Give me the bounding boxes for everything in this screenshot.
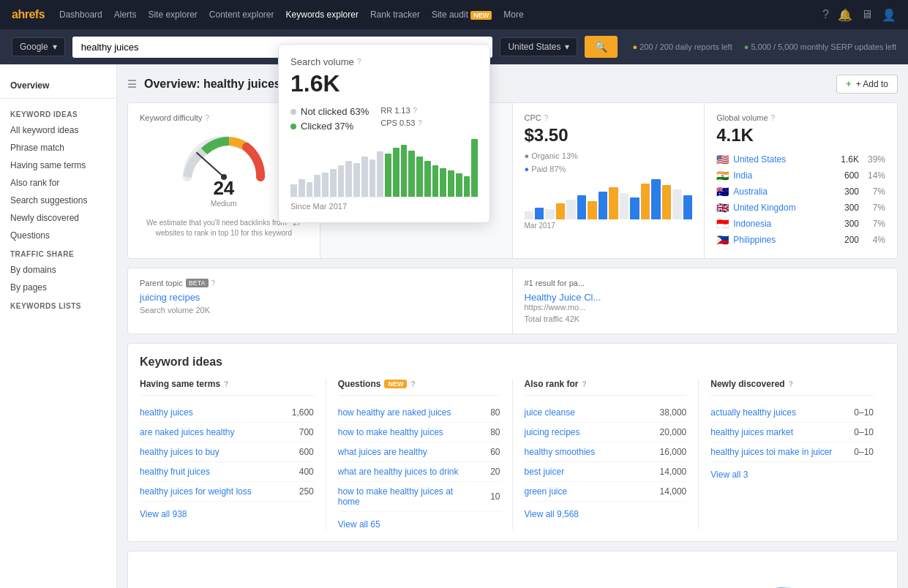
add-icon: + <box>846 79 851 89</box>
nav-content-explorer[interactable]: Content explorer <box>209 10 274 20</box>
country-vol-ph: 200 <box>833 235 859 245</box>
nav-rank-tracker[interactable]: Rank tracker <box>370 10 420 20</box>
ki-col-questions: Questions NEW ? how healthy are naked ju… <box>326 379 513 529</box>
sv-bar <box>456 173 462 197</box>
cpc-label: CPC ? <box>525 113 693 122</box>
rr-help-icon[interactable]: ? <box>413 107 418 115</box>
sv-bar <box>424 161 431 197</box>
add-to-button[interactable]: + + Add to <box>836 75 898 94</box>
sidebar-overview[interactable]: Overview <box>0 73 116 99</box>
newly-discovered-help[interactable]: ? <box>789 380 793 388</box>
ki-row: healthy juices 1,600 <box>140 403 314 423</box>
monitor-icon[interactable]: 🖥 <box>861 8 873 21</box>
ki-link[interactable]: healthy juices toi make in juicer <box>710 447 844 457</box>
sidebar-also-rank-for[interactable]: Also rank for <box>0 174 116 192</box>
ki-link[interactable]: how healthy are naked juices <box>338 407 468 418</box>
cpc-bar <box>599 192 607 220</box>
ki-link[interactable]: actually healthy juices <box>710 407 844 418</box>
sv-bar <box>307 182 313 197</box>
ki-link[interactable]: how to make healthy juices <box>338 427 468 437</box>
nav-site-explorer[interactable]: Site explorer <box>148 10 197 20</box>
country-name-in[interactable]: India <box>733 170 829 181</box>
cpc-bar <box>609 187 618 219</box>
sv-bar <box>432 165 439 197</box>
country-vol-au: 300 <box>833 186 859 197</box>
ki-row: best juicer 14,000 <box>525 462 687 482</box>
sv-popup-help-icon[interactable]: ? <box>357 58 361 66</box>
nav-dashboard[interactable]: Dashboard <box>59 10 102 20</box>
notifications-icon[interactable]: 🔔 <box>838 8 852 22</box>
help-icon[interactable]: ? <box>822 8 829 21</box>
location-select[interactable]: United States ▾ <box>500 37 577 56</box>
ki-link[interactable]: healthy smoothies <box>525 447 654 457</box>
ki-col-newly-discovered-header: Newly discovered ? <box>710 379 874 396</box>
global-vol-help-icon[interactable]: ? <box>771 114 776 122</box>
ki-link[interactable]: juicing recipes <box>525 427 654 437</box>
ki-link[interactable]: green juice <box>525 486 654 497</box>
sidebar-search-suggestions[interactable]: Search suggestions <box>0 192 116 209</box>
sv-popup-title: Search volume ? <box>290 56 478 67</box>
view-all-newly-discovered[interactable]: View all 3 <box>710 470 748 480</box>
country-name-gb[interactable]: United Kingdom <box>733 203 829 213</box>
cpc-paid: ● Paid 87% <box>525 165 693 173</box>
nav-alerts[interactable]: Alerts <box>114 10 137 20</box>
sv-bar <box>345 161 352 197</box>
having-same-terms-help[interactable]: ? <box>224 380 228 388</box>
questions-help[interactable]: ? <box>410 380 415 388</box>
main-content: ☰ Overview: healthy juices + + Add to Ke… <box>117 64 908 588</box>
search-button[interactable]: 🔍 <box>585 36 618 58</box>
logo[interactable]: ahrefs <box>12 8 45 21</box>
sidebar-all-keyword-ideas[interactable]: All keyword ideas <box>0 121 116 139</box>
sidebar-questions[interactable]: Questions <box>0 227 116 244</box>
ki-link[interactable]: healthy juices to buy <box>140 447 281 457</box>
ki-link[interactable]: juice cleanse <box>525 407 654 418</box>
sv-bar <box>408 151 415 197</box>
ki-link[interactable]: what are healthy juices to drink <box>338 467 468 477</box>
ki-link[interactable]: healthy fruit juices <box>140 467 281 477</box>
ki-vol: 16,000 <box>653 447 686 457</box>
ki-range: 0–10 <box>844 447 874 457</box>
sidebar-phrase-match[interactable]: Phrase match <box>0 139 116 157</box>
menu-icon[interactable]: ☰ <box>127 78 137 90</box>
cpc-help-icon[interactable]: ? <box>544 114 549 122</box>
bottom-chart-svg <box>128 551 897 588</box>
ki-link[interactable]: best juicer <box>525 467 654 477</box>
cps-help-icon[interactable]: ? <box>418 119 422 127</box>
country-vol-us: 1.6K <box>833 154 859 165</box>
nav-keywords-explorer[interactable]: Keywords explorer <box>286 10 359 20</box>
view-all-having-same-terms[interactable]: View all 938 <box>140 509 187 519</box>
ki-col-also-rank-for-header: Also rank for ? <box>525 379 687 396</box>
ki-row: are naked juices healthy 700 <box>140 423 314 442</box>
ki-link[interactable]: are naked juices healthy <box>140 427 281 437</box>
country-name-id[interactable]: Indonesia <box>733 219 829 229</box>
gauge-value-container: 24 Medium <box>211 177 237 208</box>
parent-topic-link[interactable]: juicing recipes <box>140 292 200 303</box>
view-all-also-rank-for[interactable]: View all 9,568 <box>525 509 579 519</box>
nav-site-audit[interactable]: Site audit NEW <box>432 10 492 20</box>
ki-link[interactable]: how to make healthy juices at home <box>338 486 468 507</box>
search-meta: ● 200 / 200 daily reports left ● 5,000 /… <box>632 42 896 51</box>
engine-select[interactable]: Google ▾ <box>12 37 65 56</box>
parent-topic-help-icon[interactable]: ? <box>211 279 216 287</box>
sidebar-having-same-terms[interactable]: Having same terms <box>0 157 116 174</box>
user-icon[interactable]: 👤 <box>882 8 896 22</box>
view-all-questions[interactable]: View all 65 <box>338 519 380 529</box>
ki-link[interactable]: what juices are healthy <box>338 447 468 457</box>
country-name-ph[interactable]: Philippines <box>733 235 829 245</box>
first-result-link[interactable]: Healthy Juice Cl... <box>525 292 601 303</box>
sv-bar <box>299 179 305 197</box>
also-rank-for-help[interactable]: ? <box>582 380 587 388</box>
parent-topic-card: Parent topic BETA ? juicing recipes Sear… <box>128 268 513 333</box>
ki-link[interactable]: healthy juices market <box>710 427 844 437</box>
nav-more[interactable]: More <box>503 10 523 20</box>
ki-link[interactable]: healthy juices <box>140 407 281 418</box>
country-name-us[interactable]: United States <box>733 154 829 165</box>
sidebar-newly-discovered[interactable]: Newly discovered <box>0 209 116 227</box>
country-name-au[interactable]: Australia <box>733 186 829 197</box>
ki-link[interactable]: healthy juices for weight loss <box>140 486 281 497</box>
kd-help-icon[interactable]: ? <box>205 114 209 122</box>
cpc-value: $3.50 <box>525 125 693 146</box>
sidebar-by-domains[interactable]: By domains <box>0 261 116 279</box>
sidebar-by-pages[interactable]: By pages <box>0 279 116 296</box>
ki-vol: 38,000 <box>653 407 686 418</box>
